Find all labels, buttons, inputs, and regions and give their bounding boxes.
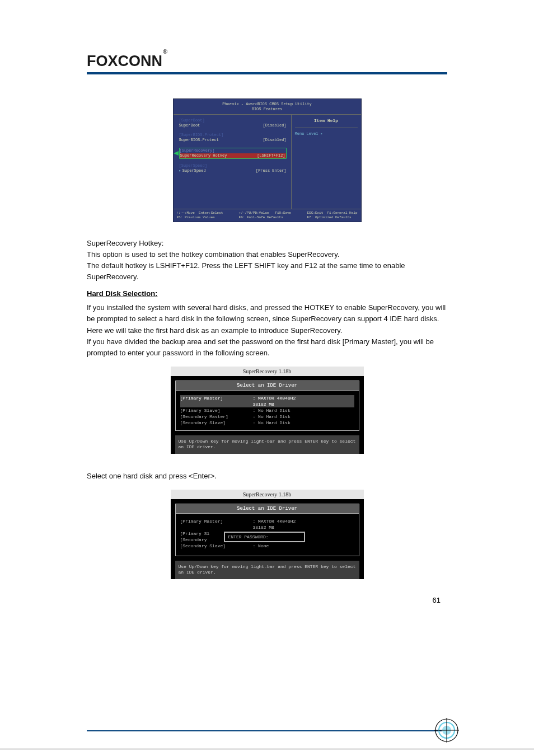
sr1-panel: Select an IDE Driver [Primary Master] : … xyxy=(175,381,359,431)
sr2-titlebar: SuperRecovery 1.18b xyxy=(171,490,364,499)
ide-row-secondary-master: [Secondary Master] : No Hard Disk xyxy=(180,414,354,420)
password-prompt-label: ENTER PASSWORD: xyxy=(228,534,269,539)
ide-row-sub-spacer xyxy=(180,525,253,530)
section-hard-disk-selection: Hard Disk Selection: xyxy=(87,289,447,298)
bios-item-help-title: Item Help xyxy=(295,118,358,126)
ide-row-value: : No Hard Disk xyxy=(253,420,354,425)
bios-group-cat: [SuperBoot] xyxy=(179,118,287,123)
ide-row-secondary-slave: [Secondary Slave] : No Hard Disk xyxy=(180,420,354,426)
bios-highlight-box: [SuperRecovery] SuperRecovery Hotkey [LS… xyxy=(179,148,287,159)
bios-right-divider xyxy=(295,128,358,128)
sr2-box-title: Select an IDE Driver xyxy=(176,504,359,514)
sr1-ide-list: [Primary Master] : MAXTOR 4K040H2 38182 … xyxy=(176,391,359,427)
superrecovery-screenshot-1: SuperRecovery 1.18b Select an IDE Driver… xyxy=(171,367,364,454)
footer-rule-blue xyxy=(87,730,442,731)
bios-screenshot: Phoenix - AwardBIOS CMOS Setup Utility B… xyxy=(173,98,362,222)
select-instruction: Select one hard disk and press <Enter>. xyxy=(87,471,447,482)
bios-group-superbiosprotect: [SuperBIOS-Protect] SuperBIOS-Protect [D… xyxy=(179,133,287,143)
ide-row-value: : None xyxy=(253,543,354,548)
bios-group-superboot: [SuperBoot] SuperBoot [Disabled] xyxy=(179,118,287,128)
bios-item-label: SuperBIOS-Protect xyxy=(179,138,260,143)
bios-footer-col2: +/-/PU/PD:Value F10:Save F6: Fail-Safe D… xyxy=(239,211,292,220)
bios-item-value: [LSHIFT+F12] xyxy=(254,153,285,158)
footer-decoration xyxy=(0,718,534,749)
ide-row-label: [Primary Slave] xyxy=(180,408,253,413)
ide-row-secondary-slave: [Secondary Slave] : None xyxy=(180,543,354,549)
password-prompt-box: ENTER PASSWORD: xyxy=(224,532,305,542)
ide-row-label: [Primary Master] xyxy=(180,519,253,524)
bios-group-superspeed: [SuperSpeed] ▸ SuperSpeed [Press Enter] xyxy=(179,163,287,173)
bios-footer-col1: ↑↓→←:Move Enter:Select F5: Previous Valu… xyxy=(177,211,223,220)
footer-target-icon xyxy=(434,718,459,743)
ide-row-sub: 38182 MB xyxy=(180,524,354,530)
brand-logo: FOXCONN® xyxy=(87,53,447,70)
hard-disk-body: If you installed the system with several… xyxy=(87,302,447,359)
bios-group-cat: [SuperBIOS-Protect] xyxy=(179,133,287,138)
bios-menu-level: Menu Level ▸ xyxy=(295,132,358,137)
bios-left-panel: [SuperBoot] SuperBoot [Disabled] [SuperB… xyxy=(174,115,292,209)
ide-row-label: [Secondary Slave] xyxy=(180,420,253,425)
bios-item-value: [Press Enter] xyxy=(252,168,287,173)
bios-footer: ↑↓→←:Move Enter:Select F5: Previous Valu… xyxy=(174,209,361,222)
sr1-box-title: Select an IDE Driver xyxy=(176,381,359,391)
bios-title-1: Phoenix - AwardBIOS CMOS Setup Utility xyxy=(174,102,361,107)
green-arrow-icon xyxy=(174,151,179,156)
footer-rule-black xyxy=(0,749,534,749)
sr1-titlebar: SuperRecovery 1.18b xyxy=(171,367,364,376)
sr1-hint: Use Up/Down key for moving light-bar and… xyxy=(175,435,359,454)
bios-group-cat: [SuperRecovery] xyxy=(180,148,286,153)
bios-item-value: [Disabled] xyxy=(260,138,287,143)
ide-row-label: [Secondary Master] xyxy=(180,414,253,419)
ide-row-value: : MAXTOR 4K040H2 xyxy=(253,519,354,524)
bios-group-cat: [SuperSpeed] xyxy=(179,163,287,168)
ide-row-value: : No Hard Disk xyxy=(253,414,354,419)
ide-row-sub: 38182 MB xyxy=(253,402,354,407)
bios-item-value: [Disabled] xyxy=(260,123,287,128)
ide-row-primary-master: [Primary Master] : MAXTOR 4K040H2 xyxy=(180,518,354,524)
page-number: 61 xyxy=(87,596,447,604)
ide-row-label: [Primary Master] xyxy=(180,396,253,401)
submenu-arrow-icon: ▸ xyxy=(179,168,181,173)
bios-header: Phoenix - AwardBIOS CMOS Setup Utility B… xyxy=(174,99,361,114)
ide-row-value: : MAXTOR 4K040H2 xyxy=(253,396,354,401)
bios-title-2: BIOS Features xyxy=(174,107,361,112)
bios-item-label: SuperRecovery Hotkey xyxy=(180,153,254,158)
bios-footer-col3: ESC:Exit F1:General Help F7: Optimized D… xyxy=(307,211,357,220)
brand-text: FOXCONN xyxy=(87,53,162,69)
superrecovery-screenshot-2: SuperRecovery 1.18b Select an IDE Driver… xyxy=(171,490,364,579)
bios-item-label: SuperBoot xyxy=(179,123,260,128)
ide-row-primary-slave: [Primary Slave] : No Hard Disk xyxy=(180,407,354,414)
bios-group-superrecovery: [SuperRecovery] SuperRecovery Hotkey [LS… xyxy=(179,148,287,159)
ide-row-primary-master-sub: 38182 MB xyxy=(180,401,354,407)
header-rule-thin xyxy=(87,74,447,74)
sr2-panel: Select an IDE Driver [Primary Master] : … xyxy=(175,504,359,556)
bios-item-label: SuperSpeed xyxy=(182,168,252,173)
ide-row-sub: 38182 MB xyxy=(253,525,354,530)
hotkey-paragraph: SuperRecovery Hotkey: This option is use… xyxy=(87,238,447,283)
sr2-hint: Use Up/Down key for moving light-bar and… xyxy=(175,561,359,579)
registered-mark: ® xyxy=(163,48,167,55)
ide-row-value: : No Hard Disk xyxy=(253,408,354,413)
ide-row-primary-master: [Primary Master] : MAXTOR 4K040H2 xyxy=(180,395,354,401)
bios-right-panel: Item Help Menu Level ▸ xyxy=(292,115,361,209)
ide-row-label: [Secondary Slave] xyxy=(180,543,253,548)
ide-row-sub-spacer xyxy=(180,402,253,407)
